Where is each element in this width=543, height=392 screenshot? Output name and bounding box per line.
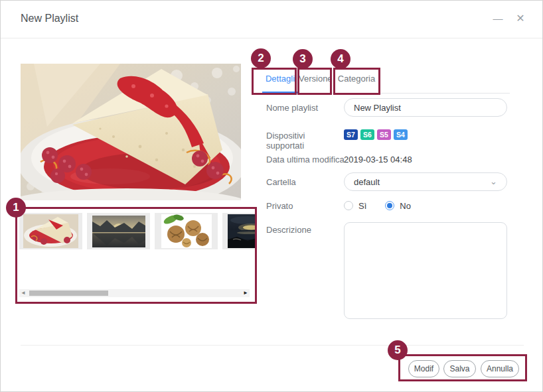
privato-radio-no-label[interactable]: No <box>400 201 411 211</box>
annotation-circle-2: 2 <box>251 48 271 68</box>
scroll-right-icon[interactable]: ► <box>242 289 250 297</box>
tab-categoria[interactable]: Categoria <box>335 74 378 88</box>
data-ultima-modifica-label: Data ultima modifica <box>266 155 345 164</box>
thumbnail-walnuts[interactable] <box>155 213 218 249</box>
nome-playlist-label: Nome playlist <box>266 103 345 113</box>
privato-label: Privato <box>266 201 345 211</box>
tab-versione[interactable]: Versione <box>299 74 332 88</box>
dispositivi-supportati-label: Dispositivi supportati <box>266 131 345 151</box>
data-ultima-modifica-value: 2019-03-15 04:48 <box>344 155 412 164</box>
thumbnail-cheesecake[interactable] <box>19 213 82 249</box>
playlist-preview-image <box>21 64 241 200</box>
scroll-left-icon[interactable]: ◄ <box>19 289 27 297</box>
scrollbar-thumb[interactable] <box>29 291 108 296</box>
cartella-selected-value: default <box>354 177 380 187</box>
modif-button[interactable]: Modif <box>408 360 439 377</box>
device-badge-s4: S4 <box>394 129 408 140</box>
annotation-circle-5: 5 <box>388 340 408 360</box>
new-playlist-dialog: New Playlist — ✕ <box>0 0 543 392</box>
descrizione-label: Descrizione <box>266 225 345 235</box>
thumbnail-night-seascape[interactable] <box>222 213 256 249</box>
annotation-circle-4: 4 <box>331 49 350 69</box>
nome-playlist-input[interactable] <box>344 98 507 117</box>
cartella-select[interactable]: default ⌄ <box>344 172 507 191</box>
chevron-down-icon: ⌄ <box>490 178 497 185</box>
footer-divider <box>21 345 524 346</box>
playlist-thumbnail-strip <box>17 212 256 251</box>
close-icon[interactable]: ✕ <box>513 11 528 26</box>
active-tab-underline <box>262 92 298 94</box>
minimize-icon[interactable]: — <box>491 11 505 26</box>
privato-radio-no[interactable] <box>385 201 394 210</box>
privato-radio-si[interactable] <box>344 201 353 210</box>
privato-radio-group: Sì No <box>344 200 411 211</box>
titlebar-divider <box>1 38 542 38</box>
device-badge-s5: S5 <box>377 129 391 140</box>
annulla-button[interactable]: Annulla <box>481 360 519 377</box>
annotation-circle-3: 3 <box>293 49 313 69</box>
cartella-label: Cartella <box>266 177 345 187</box>
thumbnail-lake-landscape[interactable] <box>87 213 150 249</box>
thumbnail-scrollbar: ◄ ► <box>19 289 250 297</box>
device-badge-s6: S6 <box>360 129 374 140</box>
device-badge-s7: S7 <box>344 129 358 140</box>
privato-radio-si-label[interactable]: Sì <box>358 201 366 211</box>
descrizione-textarea[interactable] <box>344 222 507 319</box>
dialog-title: New Playlist <box>21 13 78 25</box>
salva-button[interactable]: Salva <box>443 360 476 377</box>
tab-dettagli[interactable]: Dettagli <box>260 74 301 88</box>
